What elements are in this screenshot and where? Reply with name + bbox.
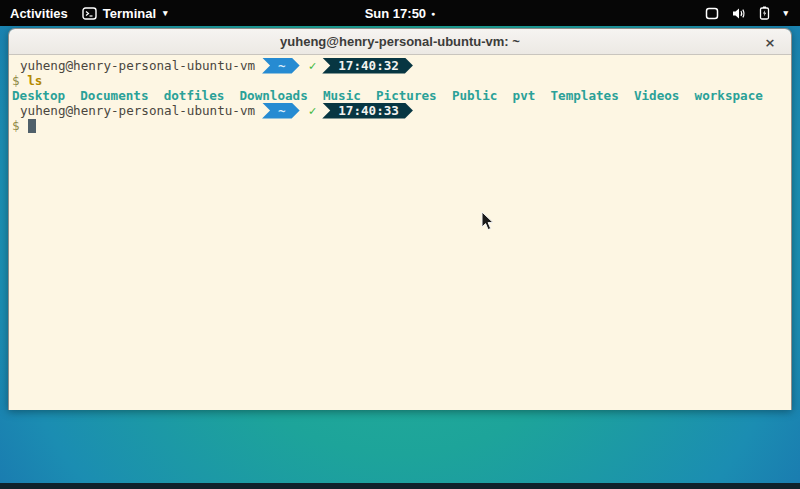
top-bar: Activities Terminal ▾ Sun 17:50 ● — [0, 0, 800, 26]
battery-charging-icon — [758, 6, 771, 20]
prompt-user: yuheng@henry-personal-ubuntu-vm — [12, 58, 255, 73]
directory-item: Desktop — [12, 88, 65, 103]
prompt-path-segment: ~ — [262, 103, 300, 119]
window-titlebar[interactable]: yuheng@henry-personal-ubuntu-vm: ~ × — [9, 29, 791, 55]
clock-label: Sun 17:50 — [365, 6, 426, 21]
prompt-user: yuheng@henry-personal-ubuntu-vm — [12, 103, 255, 118]
prompt-symbol: $ — [12, 118, 20, 133]
display-icon — [705, 7, 719, 20]
command-line: $ ls — [12, 73, 788, 88]
prompt-time-segment: 17:40:32 — [322, 58, 413, 74]
prompt-path-segment: ~ — [262, 58, 300, 74]
terminal-icon — [82, 7, 97, 20]
terminal-window: yuheng@henry-personal-ubuntu-vm: ~ × yuh… — [8, 28, 792, 410]
app-menu-terminal[interactable]: Terminal ▾ — [82, 6, 168, 21]
directory-item: Music — [323, 88, 361, 103]
prompt-line-2: yuheng@henry-personal-ubuntu-vm ~ ✓ 17:4… — [12, 103, 788, 118]
window-title: yuheng@henry-personal-ubuntu-vm: ~ — [280, 34, 520, 49]
directory-item: Public — [452, 88, 498, 103]
desktop: Activities Terminal ▾ Sun 17:50 ● — [0, 0, 800, 489]
ls-output-line: Desktop Documents dotfiles Downloads Mus… — [12, 88, 788, 103]
input-line: $ — [12, 118, 788, 133]
text-cursor — [28, 119, 36, 133]
directory-item: Videos — [634, 88, 680, 103]
mouse-pointer-icon — [481, 211, 494, 235]
volume-icon — [731, 7, 746, 20]
directory-item: workspace — [695, 88, 763, 103]
prompt-symbol: $ — [12, 73, 20, 88]
clock-button[interactable]: Sun 17:50 ● — [365, 6, 436, 21]
wallpaper-bottom-strip — [0, 483, 800, 489]
app-menu-label: Terminal — [103, 6, 156, 21]
directory-item: Downloads — [240, 88, 308, 103]
directory-item: Pictures — [376, 88, 437, 103]
directory-item: dotfiles — [164, 88, 225, 103]
activities-button[interactable]: Activities — [10, 6, 68, 21]
directory-item: Documents — [80, 88, 148, 103]
chevron-down-icon: ▾ — [163, 8, 168, 18]
notification-dot: ● — [431, 10, 435, 17]
system-menu[interactable]: ▾ — [705, 6, 800, 20]
prompt-time-segment: 17:40:33 — [322, 103, 413, 119]
chevron-down-icon: ▾ — [783, 8, 788, 18]
directory-item: pvt — [513, 88, 536, 103]
directory-list: Desktop Documents dotfiles Downloads Mus… — [12, 88, 763, 103]
command-text: ls — [27, 73, 42, 88]
prompt-status-check: ✓ — [309, 103, 317, 118]
directory-item: Templates — [550, 88, 618, 103]
prompt-status-check: ✓ — [309, 58, 317, 73]
prompt-line-1: yuheng@henry-personal-ubuntu-vm ~ ✓ 17:4… — [12, 58, 788, 73]
terminal-content[interactable]: yuheng@henry-personal-ubuntu-vm ~ ✓ 17:4… — [9, 55, 791, 410]
close-button[interactable]: × — [761, 33, 779, 51]
